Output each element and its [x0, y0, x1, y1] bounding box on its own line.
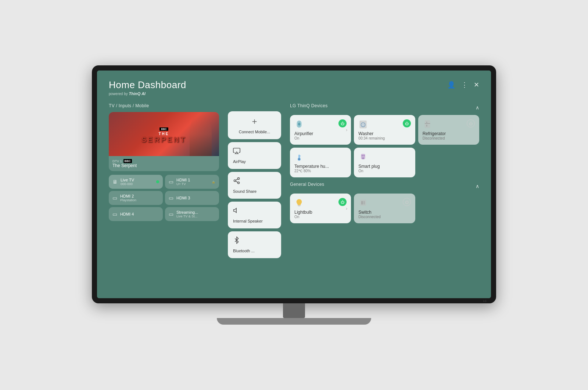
- airplay-card[interactable]: AirPlay: [228, 142, 281, 169]
- device-refrigerator[interactable]: ⏻ Refrigerator Disconnected: [418, 115, 479, 145]
- airpurifier-bottom: Airpurifier On: [294, 131, 347, 140]
- lightbulb-icon: [294, 198, 304, 210]
- general-section-title: General Devices: [290, 182, 324, 187]
- svg-point-14: [298, 123, 301, 126]
- add-icon: +: [252, 116, 257, 127]
- sound-share-card[interactable]: Sound Share: [228, 172, 281, 199]
- left-panel: TV / Inputs / Mobile BBC THE SERPENT: [109, 103, 219, 289]
- channel-row: DTV 1 BBC: [112, 159, 137, 163]
- svg-rect-27: [298, 155, 300, 159]
- svg-point-9: [238, 182, 240, 184]
- refrigerator-bottom: Refrigerator Disconnected: [423, 131, 475, 140]
- bluetooth-card[interactable]: Bluetooth ...: [228, 231, 281, 258]
- switch-icon: [358, 198, 368, 210]
- lightbulb-status: On: [294, 215, 347, 219]
- svg-marker-6: [235, 152, 238, 154]
- airpurifier-top: ⏻: [294, 119, 347, 131]
- middle-panel: + Connect Mobile... AirPlay: [228, 111, 281, 289]
- airpurifier-icon: [294, 119, 304, 131]
- thinq-devices-section: LG ThinQ Devices ∧: [290, 103, 479, 177]
- svg-rect-36: [298, 206, 301, 206]
- smartplug-name: Smart plug: [358, 164, 410, 169]
- header-title-block: Home Dashboard powered by ThinQ AI: [109, 79, 186, 96]
- general-devices-header: General Devices ∧: [290, 182, 479, 191]
- device-smartplug[interactable]: Smart plug On: [354, 148, 415, 177]
- connect-mobile-label: Connect Mobile...: [239, 130, 270, 134]
- menu-button[interactable]: ⋮: [461, 81, 468, 89]
- input-hdmi4[interactable]: ▭ HDMI 4: [109, 207, 163, 221]
- input-hdmi3[interactable]: ▭ HDMI 3: [165, 191, 219, 205]
- refrigerator-top: ⏻: [423, 119, 475, 131]
- header-subtitle: powered by ThinQ AI: [109, 91, 186, 96]
- main-content: TV / Inputs / Mobile BBC THE SERPENT: [109, 103, 479, 289]
- thinq-brand: ThinQ AI: [129, 91, 145, 96]
- tv-card-info: DTV 1 BBC The Serpent: [109, 156, 219, 171]
- sound-share-icon: [233, 177, 240, 186]
- device-airpurifier[interactable]: ⏻ Airpurifier On ›: [290, 115, 351, 145]
- input-live-tv[interactable]: 🖥 Live TV 000-000: [109, 175, 163, 189]
- connect-mobile-card[interactable]: + Connect Mobile...: [228, 111, 281, 139]
- hdmi4-icon: ▭: [112, 211, 117, 217]
- temperature-status: 22℃ 80%: [294, 169, 347, 173]
- tv-card[interactable]: BBC THE SERPENT DTV 1: [109, 112, 219, 171]
- washer-icon: [358, 119, 368, 131]
- channel-label: DTV 1: [112, 159, 122, 163]
- tv-screen: Home Dashboard powered by ThinQ AI 👤 ⋮ ✕: [97, 71, 491, 298]
- refrigerator-power-btn[interactable]: ⏻: [467, 119, 475, 127]
- input-hdmi1[interactable]: ▭ HDMI 1 U+ TV 🔒: [165, 175, 219, 189]
- thinq-collapse-btn[interactable]: ∧: [476, 105, 479, 111]
- header-actions: 👤 ⋮ ✕: [447, 81, 479, 89]
- device-switch[interactable]: ⏻ Switch Disconnected: [354, 194, 415, 223]
- device-washer[interactable]: ⏻ Washer 00:34 remaining: [354, 115, 415, 145]
- temperature-bottom: Temperature hu... 22℃ 80%: [294, 164, 347, 173]
- hdmi2-icon: ▭: [112, 195, 117, 201]
- lightbulb-arrow: ›: [346, 206, 347, 211]
- temperature-top: [294, 152, 347, 164]
- general-devices-section: General Devices ∧: [290, 182, 479, 223]
- washer-power-btn[interactable]: ⏻: [403, 119, 411, 127]
- svg-rect-38: [361, 201, 363, 205]
- live-tv-icon: 🖥: [112, 179, 118, 185]
- streaming-icon: ▭: [169, 211, 173, 217]
- tv-bezel: Home Dashboard powered by ThinQ AI 👤 ⋮ ✕: [92, 65, 496, 303]
- streaming-info: Streaming... Live TV & St...: [176, 210, 198, 218]
- general-devices-grid: ⏻ Lightbulb On ›: [290, 194, 479, 223]
- general-collapse-btn[interactable]: ∧: [476, 183, 479, 189]
- svg-rect-34: [362, 158, 364, 159]
- svg-marker-12: [234, 208, 237, 213]
- airplay-icon: [233, 147, 240, 156]
- right-panels: LG ThinQ Devices ∧: [290, 103, 479, 289]
- svg-rect-39: [363, 201, 365, 205]
- thinq-devices-grid: ⏻ Airpurifier On ›: [290, 115, 479, 177]
- live-tv-info: Live TV 000-000: [121, 178, 134, 186]
- switch-name: Switch: [358, 210, 410, 215]
- airpurifier-arrow: ›: [346, 127, 347, 133]
- active-indicator: [156, 180, 159, 183]
- hdmi2-info: HDMI 2 Playstation: [120, 194, 136, 202]
- airpurifier-power-btn[interactable]: ⏻: [338, 119, 347, 127]
- hdmi4-info: HDMI 4: [120, 212, 134, 216]
- close-button[interactable]: ✕: [474, 81, 479, 89]
- washer-bottom: Washer 00:34 remaining: [358, 131, 410, 140]
- washer-name: Washer: [358, 131, 410, 136]
- header: Home Dashboard powered by ThinQ AI 👤 ⋮ ✕: [109, 79, 479, 96]
- input-hdmi2[interactable]: ▭ HDMI 2 Playstation: [109, 191, 163, 205]
- washer-top: ⏻: [358, 119, 410, 131]
- tv-section-title: TV / Inputs / Mobile: [109, 103, 219, 108]
- hdmi1-info: HDMI 1 U+ TV: [176, 178, 190, 186]
- svg-line-10: [236, 181, 238, 182]
- switch-power-btn[interactable]: ⏻: [403, 198, 411, 206]
- input-streaming[interactable]: ▭ Streaming... Live TV & St...: [165, 207, 219, 221]
- smartplug-status: On: [358, 169, 410, 173]
- bluetooth-icon: [233, 236, 240, 246]
- hdmi3-icon: ▭: [169, 195, 173, 201]
- lightbulb-power-btn[interactable]: ⏻: [338, 198, 347, 206]
- temperature-icon: [294, 152, 304, 164]
- profile-button[interactable]: 👤: [447, 81, 455, 89]
- refrigerator-status: Disconnected: [423, 136, 475, 140]
- device-temperature[interactable]: Temperature hu... 22℃ 80%: [290, 148, 351, 177]
- internal-speaker-card[interactable]: Internal Speaker: [228, 202, 281, 228]
- smartplug-top: [358, 152, 410, 164]
- sound-share-label: Sound Share: [233, 189, 257, 194]
- device-lightbulb[interactable]: ⏻ Lightbulb On ›: [290, 194, 351, 223]
